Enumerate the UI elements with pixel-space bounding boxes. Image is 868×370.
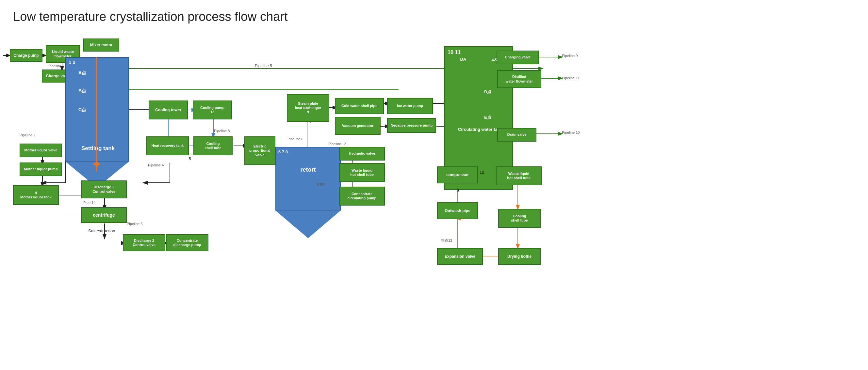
- settling-a-point: A点: [79, 70, 86, 76]
- pipeline4-label: Pipeline 4: [148, 163, 164, 167]
- distilled-water-flowmeter-box: Distilled water flowmeter: [497, 70, 541, 88]
- cold-water-shell-pipe-box: Cold water shell pipe: [335, 98, 384, 114]
- retort-triangle: [275, 210, 341, 238]
- negative-pressure-pump-box: Negative pressure pump: [387, 118, 436, 133]
- discharge2-control-valve-box: Discharge 2 Control valve: [123, 234, 165, 251]
- cooling-tower-box: Cooling tower: [149, 100, 188, 120]
- waste-liquid-hot-shell-tube2-box: Waste liquid hot shell tube: [496, 166, 541, 185]
- concentrate-discharge-pump-box: Concentrate discharge pump: [166, 234, 209, 251]
- settling-c-point: C点: [79, 107, 86, 113]
- drain-valve-box: Drain valve: [497, 128, 536, 142]
- expansion-valve-box: Expansion valve: [437, 248, 483, 265]
- pipeline8-label: Pipeline 8: [214, 129, 230, 133]
- electric-prop-valve-box: Electric proportional valve: [244, 136, 275, 165]
- waste-liquid-hot-shell-tube-box: Waste liquid hot shell tube: [339, 163, 385, 182]
- circ-e-point: E点: [445, 95, 512, 121]
- pipeline1-label: Pipeline 1: [48, 64, 64, 68]
- num12-label: 12: [479, 170, 484, 174]
- pipeline10-label: Pipeline 10: [562, 131, 580, 134]
- pipe14-label: Pipe 14: [83, 201, 95, 205]
- num5-label: 5: [189, 157, 191, 161]
- pipeline2-label: Pipeline 2: [20, 133, 35, 137]
- cooling-shell-tube2-box: Cooling shell tube: [498, 209, 541, 228]
- pipeline5-label: Pipeline 5: [255, 64, 272, 68]
- steam-plate-heat-exchanger-box: Steam plate heat exchanger 9: [287, 94, 329, 122]
- circ-da: DA: [460, 57, 466, 62]
- mother-liquor-valve-box: Mother liquor valve: [20, 143, 62, 157]
- pipeline3-label: Pipeline 3: [127, 222, 143, 226]
- page-title: Low temperature crystallization process …: [13, 10, 288, 24]
- retort-nums: 6 7 8: [278, 149, 288, 154]
- hydraulic-valve-box: Hydraulic valve: [339, 147, 385, 161]
- discharge1-control-valve-box: Discharge 1 Control valve: [81, 180, 127, 198]
- mother-liquor-pump-box: Mother liquor pump: [20, 163, 62, 176]
- charging-valve-box: Charging valve: [497, 51, 539, 64]
- cooling-pump-box: Cooling pump 13: [193, 100, 232, 120]
- settling-b-point: B点: [79, 88, 86, 94]
- orange-divider: [96, 57, 97, 171]
- num3-label: 3: [457, 188, 459, 193]
- vacuum-generator-box: Vacuum generator: [335, 117, 380, 135]
- pipeline11-label: Pipeline 11: [562, 76, 580, 80]
- drying-bottle-box: Drying bottle: [498, 248, 541, 265]
- salt-extraction-label: Salt extraction: [88, 228, 115, 233]
- pipeline12-label: Pipeline 12: [328, 142, 346, 146]
- heat-recovery-box: Heat recovery tank: [146, 136, 189, 155]
- outwash-pipe-box: Outwash pipe: [437, 202, 478, 219]
- cooling-shell-tube-box: Cooling shell tube: [193, 136, 232, 155]
- mixer-motor-box: Mixer motor: [83, 38, 119, 52]
- pipeline6-label: Pipeline 6: [287, 137, 303, 141]
- circ-ex: EX: [491, 57, 497, 62]
- ice-water-pump-box: Ice water pump: [387, 98, 433, 114]
- concentrate-circulating-pump-box: Concentrate circulating pump: [339, 187, 385, 206]
- settling-tank-num: 1 2: [69, 59, 75, 65]
- retort-rect: [275, 147, 341, 210]
- diagram-svg: [0, 0, 868, 370]
- pipe13-label: 管道13: [441, 238, 452, 243]
- centrifuge-box: centrifuge: [81, 207, 127, 223]
- pipeline9-label: Pipeline 9: [562, 54, 578, 58]
- charge-pump-box: Charge pump: [10, 49, 42, 62]
- settling-tank-label: Settling tank: [67, 145, 129, 152]
- mother-liquor-tank-box: 4 Mother liquor tank: [13, 185, 59, 205]
- retort-label: retort: [275, 166, 341, 173]
- compressor-box: compressor: [437, 166, 478, 183]
- pipe7-label: 管道7: [316, 182, 326, 187]
